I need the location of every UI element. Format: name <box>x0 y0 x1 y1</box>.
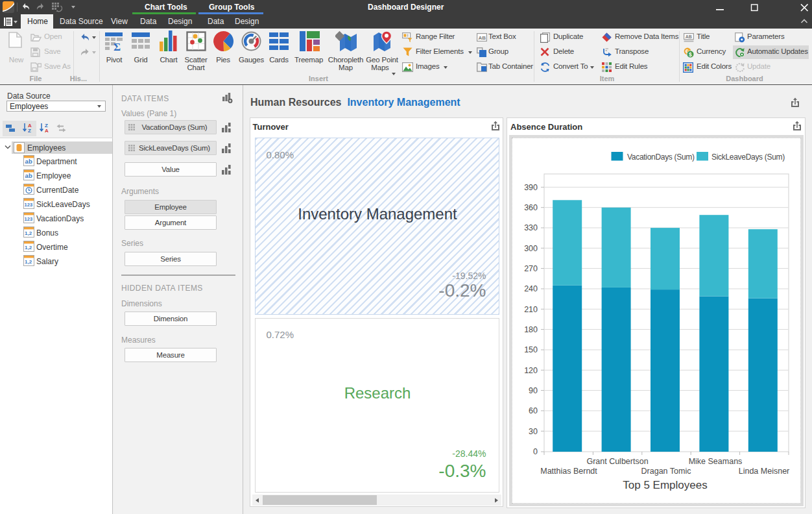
svg-text:180: 180 <box>524 325 538 334</box>
svg-text:1,2: 1,2 <box>25 245 32 251</box>
svg-text:270: 270 <box>524 264 538 273</box>
svg-text:150: 150 <box>524 345 538 354</box>
svg-text:ab: ab <box>25 172 32 179</box>
svg-text:123: 123 <box>25 216 33 222</box>
svg-text:330: 330 <box>524 223 538 232</box>
svg-text:A: A <box>45 128 49 133</box>
svg-text:Grant Culbertson: Grant Culbertson <box>586 457 648 466</box>
svg-text:$: $ <box>689 51 692 58</box>
svg-text:Top 5 Employees: Top 5 Employees <box>623 479 707 491</box>
svg-text:Mike Seamans: Mike Seamans <box>689 457 743 466</box>
svg-text:90: 90 <box>529 386 538 395</box>
svg-text:Linda Meisner: Linda Meisner <box>739 467 790 476</box>
svg-text:ab: ab <box>25 158 32 165</box>
svg-text:Z: Z <box>28 128 31 133</box>
svg-text:390: 390 <box>524 183 538 192</box>
svg-text:1,2: 1,2 <box>25 259 32 265</box>
svg-text:AB: AB <box>686 34 692 39</box>
svg-text:240: 240 <box>524 284 538 293</box>
svg-text:210: 210 <box>524 305 538 314</box>
svg-text:VacationDays (Sum): VacationDays (Sum) <box>627 153 695 162</box>
svg-text:AB: AB <box>479 35 486 41</box>
svg-text:0: 0 <box>533 447 538 456</box>
svg-text:300: 300 <box>524 244 538 253</box>
svg-text:123: 123 <box>25 202 33 208</box>
svg-text:Dragan Tomic: Dragan Tomic <box>641 467 691 476</box>
svg-text:SickLeaveDays (Sum): SickLeaveDays (Sum) <box>711 153 785 162</box>
svg-text:60: 60 <box>529 406 538 415</box>
svg-text:360: 360 <box>524 203 538 212</box>
svg-text:Σ: Σ <box>113 41 121 51</box>
svg-text:120: 120 <box>524 366 538 375</box>
svg-text:Matthias Berndt: Matthias Berndt <box>540 467 597 476</box>
svg-text:30: 30 <box>529 427 538 436</box>
svg-text:1,2: 1,2 <box>25 230 32 236</box>
